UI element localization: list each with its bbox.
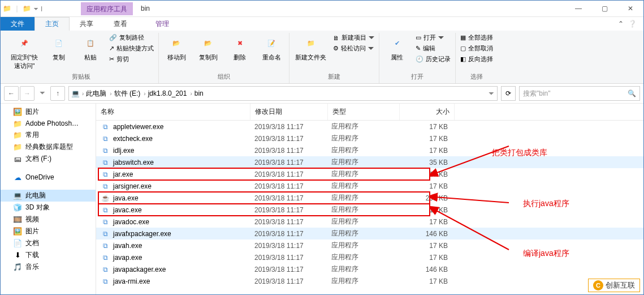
file-row[interactable]: ☕java.exe2019/3/18 11:17应用程序203 KB <box>96 192 643 204</box>
new-item-icon: 🗎 <box>333 35 339 41</box>
select-all-button[interactable]: ▦全部选择 <box>459 33 494 42</box>
file-list[interactable]: 名称 修改日期 类型 大小 ⧉appletviewer.exe2019/3/18… <box>96 104 643 294</box>
file-row[interactable]: ⧉javap.exe2019/3/18 11:17应用程序17 KB <box>96 251 643 263</box>
file-row[interactable]: ⧉appletviewer.exe2019/3/18 11:17应用程序17 K… <box>96 121 643 132</box>
file-row[interactable]: ⧉jabswitch.exe2019/3/18 11:17应用程序35 KB <box>96 156 643 168</box>
copy-path-button[interactable]: 🔗复制路径 <box>108 33 155 42</box>
nav-item[interactable]: 📄文档 <box>1 237 96 249</box>
delete-button[interactable]: ✖删除 <box>226 33 254 63</box>
tab-manage[interactable]: 管理 <box>145 17 179 31</box>
file-row[interactable]: ⧉javah.exe2019/3/18 11:17应用程序17 KB <box>96 240 643 251</box>
breadcrumb-segment[interactable]: bin <box>195 89 204 97</box>
pin-quick-access-button[interactable]: 📌 固定到"快速访问" <box>7 33 41 71</box>
minimize-button[interactable]: — <box>565 1 591 16</box>
open-button[interactable]: ▭打开 <box>414 33 452 42</box>
tab-file[interactable]: 文件 <box>1 17 34 31</box>
ribbon-collapse-icon[interactable]: ⌃ <box>618 20 624 28</box>
tab-home[interactable]: 主页 <box>34 17 70 31</box>
column-type[interactable]: 类型 <box>328 104 400 120</box>
tab-view[interactable]: 查看 <box>103 17 137 31</box>
file-row[interactable]: ⧉jar.exe2019/3/18 11:17应用程序17 KB <box>96 168 643 180</box>
help-icon[interactable]: ❔ <box>628 20 637 28</box>
breadcrumb-segment[interactable]: 此电脑› <box>86 89 113 99</box>
column-date[interactable]: 修改日期 <box>250 104 328 120</box>
nav-item[interactable]: ⬇下载 <box>1 249 96 261</box>
cut-button[interactable]: ✂剪切 <box>108 54 155 64</box>
qat-dropdown-icon[interactable]: ⏷｜ <box>33 6 45 12</box>
nav-icon: 📄 <box>13 239 22 248</box>
copy-to-button[interactable]: 📂复制到 <box>194 33 222 63</box>
file-row[interactable]: ⧉javadoc.exe2019/3/18 11:17应用程序17 KB <box>96 216 643 228</box>
nav-icon: 📁 <box>13 143 22 152</box>
column-size[interactable]: 大小 <box>400 104 455 120</box>
nav-item[interactable]: 📁Adobe Photosh… <box>1 118 96 129</box>
nav-item[interactable]: 🎵音乐 <box>1 261 96 273</box>
nav-label: 音乐 <box>25 262 39 272</box>
move-to-button[interactable]: 📂移动到 <box>162 33 191 63</box>
file-size: 203 KB <box>398 194 452 202</box>
nav-recent-button[interactable]: ⏷ <box>36 86 49 100</box>
nav-pane[interactable]: 🖼️图片📁Adobe Photosh…📁常用📁经典数据库题型🖴文档 (F:)☁O… <box>1 104 96 294</box>
file-row[interactable]: ⧉javac.exe2019/3/18 11:17应用程序17 KB <box>96 204 643 216</box>
nav-item[interactable]: ☁OneDrive <box>1 172 96 183</box>
nav-item[interactable]: 📁常用 <box>1 129 96 141</box>
nav-item[interactable]: 🧊3D 对象 <box>1 202 96 213</box>
nav-item[interactable]: 🖴文档 (F:) <box>1 153 96 165</box>
easy-access-button[interactable]: ⚙轻松访问 <box>332 44 375 53</box>
maximize-button[interactable]: ▢ <box>591 1 617 16</box>
nav-item[interactable]: 🖼️图片 <box>1 225 96 237</box>
paste-button[interactable]: 📋 粘贴 <box>76 33 105 63</box>
invert-selection-button[interactable]: ◧反向选择 <box>459 54 494 64</box>
column-name[interactable]: 名称 <box>96 104 250 120</box>
qat-item[interactable]: 📁 <box>23 5 31 12</box>
file-icon: ⧉ <box>101 170 110 179</box>
file-date: 2019/3/18 11:17 <box>250 218 327 226</box>
file-date: 2019/3/18 11:17 <box>250 135 327 143</box>
file-row[interactable]: ⧉java-rmi.exe2019/3/18 11:17应用程序17 KB <box>96 275 643 287</box>
file-row[interactable]: ⧉javafxpackager.exe2019/3/18 11:17应用程序14… <box>96 228 643 240</box>
file-date: 2019/3/18 11:17 <box>250 230 327 238</box>
new-folder-button[interactable]: 📁新建文件夹 <box>293 33 329 63</box>
file-row[interactable]: ⧉jarsigner.exe2019/3/18 11:17应用程序17 KB <box>96 180 643 192</box>
properties-button[interactable]: ✔属性 <box>383 33 411 63</box>
new-item-button[interactable]: 🗎新建项目 <box>332 33 375 42</box>
file-icon: ⧉ <box>101 241 110 250</box>
file-name: javah.exe <box>113 242 142 250</box>
history-label: 历史记录 <box>426 55 451 63</box>
file-row[interactable]: ⧉javapackager.exe2019/3/18 11:17应用程序146 … <box>96 263 643 275</box>
nav-icon: 🎞️ <box>13 215 22 224</box>
file-date: 2019/3/18 11:17 <box>250 159 327 166</box>
nav-back-button[interactable]: ← <box>4 86 19 101</box>
file-name: javadoc.exe <box>113 218 149 226</box>
group-label: 组织 <box>218 71 230 82</box>
select-none-button[interactable]: ▢全部取消 <box>459 44 494 53</box>
nav-item[interactable]: 📁经典数据库题型 <box>1 141 96 153</box>
history-button[interactable]: 🕘历史记录 <box>414 54 452 64</box>
breadcrumb-segment[interactable]: 软件 (E:)› <box>114 89 147 99</box>
breadcrumb-segment[interactable]: jdk1.8.0_201› <box>148 89 193 97</box>
file-row[interactable]: ⧉idlj.exe2019/3/18 11:17应用程序17 KB <box>96 144 643 156</box>
nav-item[interactable]: 💻此电脑 <box>1 190 96 202</box>
group-label: 新建 <box>328 71 340 82</box>
nav-label: 3D 对象 <box>25 203 50 212</box>
file-row[interactable]: ⧉extcheck.exe2019/3/18 11:17应用程序17 KB <box>96 132 643 144</box>
rename-button[interactable]: 📝重命名 <box>257 33 286 63</box>
refresh-button[interactable]: ⟳ <box>501 86 516 101</box>
tab-share[interactable]: 共享 <box>70 17 103 31</box>
file-size: 17 KB <box>398 254 452 262</box>
breadcrumb-dropdown-icon[interactable]: ⏷ <box>488 89 495 97</box>
group-label: 选择 <box>470 71 483 82</box>
edit-button[interactable]: ✎编辑 <box>414 44 452 53</box>
paste-shortcut-button[interactable]: ↗粘贴快捷方式 <box>108 44 155 53</box>
nav-item[interactable]: 🎞️视频 <box>1 213 96 225</box>
file-icon: ⧉ <box>101 265 110 274</box>
file-size: 17 KB <box>398 170 452 178</box>
breadcrumb[interactable]: 💻 › 此电脑› 软件 (E:)› jdk1.8.0_201› bin ⏷ <box>68 86 498 101</box>
file-type: 应用程序 <box>327 169 398 179</box>
search-input[interactable]: 搜索"bin" 🔍 <box>519 86 640 101</box>
copy-button[interactable]: 📄 复制 <box>45 33 73 63</box>
close-button[interactable]: ✕ <box>617 1 643 16</box>
nav-forward-button[interactable]: → <box>20 86 34 101</box>
nav-up-button[interactable]: ↑ <box>50 86 65 101</box>
nav-item[interactable]: 🖼️图片 <box>1 106 96 118</box>
